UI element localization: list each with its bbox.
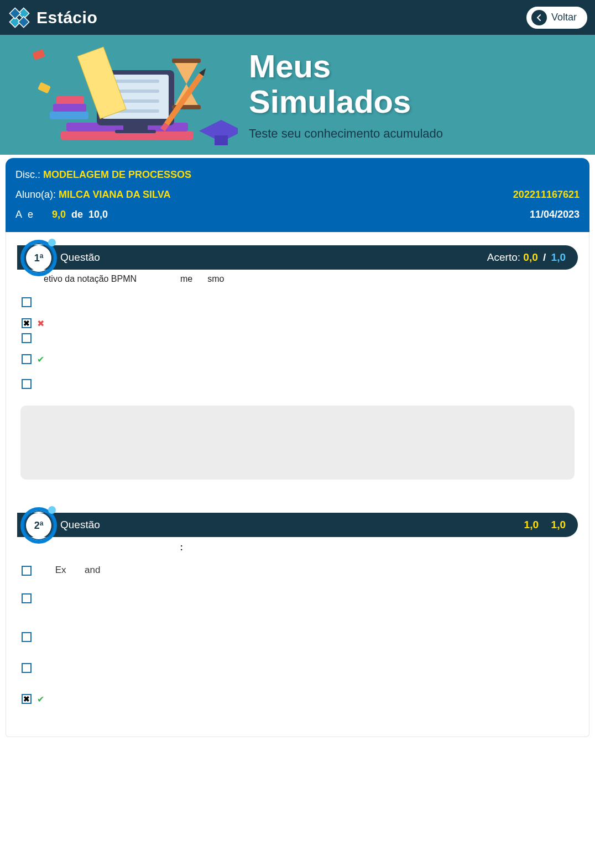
hero-title-line1: Meus <box>249 48 331 84</box>
correct-icon: ✔ <box>37 694 44 704</box>
brand-text: Estácio <box>36 8 97 27</box>
matricula: 202211167621 <box>513 185 580 204</box>
chevron-left-icon <box>531 10 547 25</box>
q2-option-5[interactable]: ✔ <box>22 693 583 704</box>
question-header: Questão Acerto: 0,0 / 1,0 <box>17 245 578 270</box>
acerto-got: 1,0 <box>524 519 539 530</box>
question-header: Questão 1,0 1,0 <box>17 513 578 537</box>
feedback-box <box>20 406 575 480</box>
score-mid: de <box>71 204 83 224</box>
q1-option-2[interactable]: ✖ <box>22 317 583 329</box>
q2-option-4[interactable] <box>22 662 583 673</box>
acerto-label: Acerto: <box>487 251 520 263</box>
aluno-label: Aluno(a): <box>15 189 56 200</box>
acertos-a: A <box>15 204 22 224</box>
checkbox-icon <box>22 663 32 673</box>
checkbox-icon <box>22 379 32 389</box>
svg-rect-19 <box>172 59 201 63</box>
correct-icon: ✔ <box>37 354 44 365</box>
question-2: 2ª Questão 1,0 1,0 : Ex <box>12 513 583 704</box>
svg-rect-31 <box>53 104 86 112</box>
question-prompt: : <box>34 543 583 553</box>
checkbox-icon <box>22 354 32 364</box>
acerto-total: 1,0 <box>551 519 566 530</box>
brand-logo: Estácio <box>8 6 97 29</box>
checkbox-icon <box>22 333 32 343</box>
logo-icon <box>8 6 31 29</box>
acertos-e: e <box>28 204 33 224</box>
checkbox-checked-icon <box>22 694 32 704</box>
hero-subtitle: Teste seu conhecimento acumulado <box>249 127 443 141</box>
svg-rect-3 <box>18 16 29 27</box>
checkbox-icon <box>22 632 32 642</box>
q2-option-3[interactable] <box>22 631 583 642</box>
q1-option-3[interactable] <box>22 332 583 343</box>
checkbox-checked-icon <box>22 318 32 328</box>
back-button-label: Voltar <box>551 12 577 23</box>
student-info-panel: Disc.: MODELAGEM DE PROCESSOS Aluno(a): … <box>6 158 589 232</box>
score-got: 9,0 <box>52 204 66 224</box>
disc-value: MODELAGEM DE PROCESSOS <box>43 169 191 180</box>
question-number: 1ª <box>26 245 51 271</box>
checkbox-icon <box>22 297 32 307</box>
svg-rect-28 <box>32 49 45 60</box>
disc-label: Disc.: <box>15 169 40 180</box>
q1-options: ✖ ✔ <box>22 296 583 389</box>
acerto-got: 0,0 <box>523 251 537 263</box>
checkbox-icon <box>22 566 32 576</box>
wrong-icon: ✖ <box>37 318 44 329</box>
question-number-badge: 2ª <box>20 507 57 544</box>
question-number-badge: 1ª <box>20 240 57 276</box>
q1-option-4[interactable]: ✔ <box>22 353 583 365</box>
q2-options: Ex and ✔ <box>22 565 583 704</box>
hero-text: Meus Simulados Teste seu conhecimento ac… <box>249 49 443 141</box>
q1-option-5[interactable] <box>22 378 583 389</box>
question-header-label: Questão <box>60 251 100 264</box>
question-header-label: Questão <box>60 519 100 531</box>
back-button[interactable]: Voltar <box>526 7 587 29</box>
hero-title-line2: Simulados <box>249 83 411 119</box>
question-number: 2ª <box>26 513 51 538</box>
svg-rect-25 <box>215 135 228 145</box>
svg-rect-9 <box>115 130 156 133</box>
svg-rect-32 <box>56 96 84 104</box>
hero-banner: Meus Simulados Teste seu conhecimento ac… <box>0 35 595 155</box>
q1-option-1[interactable] <box>22 296 583 307</box>
svg-rect-2 <box>9 8 20 19</box>
svg-rect-13 <box>115 90 159 93</box>
hero-illustration <box>17 40 238 150</box>
question-1: 1ª Questão Acerto: 0,0 / 1,0 etivo da no… <box>12 245 583 480</box>
top-bar: Estácio Voltar <box>0 0 595 35</box>
q2-option-1[interactable]: Ex and <box>22 565 583 576</box>
svg-rect-11 <box>115 80 159 83</box>
date: 11/04/2023 <box>530 204 580 224</box>
questions-container: 1ª Questão Acerto: 0,0 / 1,0 etivo da no… <box>6 232 589 737</box>
question-prompt: etivo da notação BPMN me smo <box>44 274 583 284</box>
aluno-value: MILCA VIANA DA SILVA <box>59 189 170 200</box>
acerto-total: 1,0 <box>551 251 566 263</box>
score-total: 10,0 <box>88 204 108 224</box>
q2-option-2[interactable] <box>22 592 583 603</box>
checkbox-icon <box>22 593 32 603</box>
svg-rect-30 <box>50 112 88 119</box>
svg-rect-29 <box>38 82 51 93</box>
